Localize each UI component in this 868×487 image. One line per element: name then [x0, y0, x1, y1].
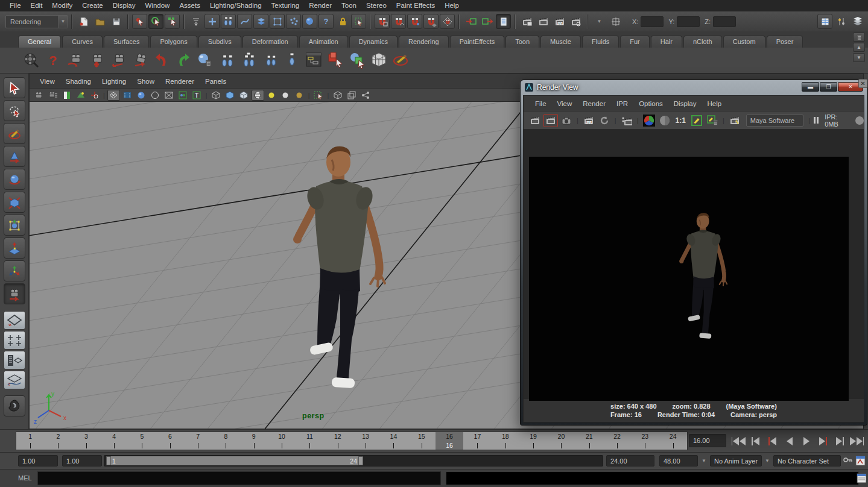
renderer-dropdown[interactable]: Maya Software — [746, 115, 804, 127]
auto-keyframe-icon[interactable] — [855, 456, 866, 466]
menu-item[interactable]: Toon — [337, 0, 361, 11]
frame-cell[interactable]: 10 — [268, 432, 296, 450]
save-scene-icon[interactable] — [109, 14, 124, 29]
frame-cell[interactable]: 13 — [352, 432, 379, 450]
playback-start-field[interactable]: 1.00 — [62, 455, 102, 467]
scale-tool[interactable] — [4, 192, 25, 213]
undo-icon[interactable] — [151, 49, 173, 71]
minimize-button[interactable]: ▬ — [802, 82, 819, 92]
panel-menu-item[interactable]: Shading — [60, 78, 97, 85]
ipr-render-icon[interactable]: IPR — [552, 14, 567, 29]
menuset-dropdown[interactable]: Rendering ▼ — [5, 15, 68, 28]
dragon-icon[interactable] — [4, 395, 25, 416]
range-start-handle[interactable] — [106, 456, 111, 465]
camera-dolly-icon[interactable] — [107, 49, 129, 71]
render-view-window[interactable]: Render View ▬ ❒ ✕ FileViewRenderIPROptio… — [520, 80, 867, 426]
joint-chain-c-icon[interactable] — [259, 49, 281, 71]
anim-layer-select[interactable]: No Anim Layer — [710, 455, 762, 467]
play-forwards-button[interactable] — [799, 435, 813, 448]
frame-ruler[interactable]: 1 2 3 4 5 — [16, 432, 688, 450]
camera-track-icon[interactable] — [86, 49, 107, 71]
frame-cell[interactable]: 1 — [16, 432, 44, 450]
shelf-tab[interactable]: Poser — [767, 36, 803, 48]
mask-curves-icon[interactable] — [237, 14, 252, 29]
panel-menu-item[interactable]: Panels — [200, 78, 232, 85]
range-slider-track[interactable]: 1 24 — [104, 455, 603, 467]
panel-menu-item[interactable]: Lighting — [97, 78, 131, 85]
animation-end-field[interactable]: 48.00 — [659, 455, 698, 467]
mask-misc-icon[interactable]: ? — [318, 14, 334, 29]
menu-item[interactable]: Modify — [47, 0, 77, 11]
pause-ipr-button[interactable] — [814, 117, 819, 124]
animation-start-field[interactable]: 1.00 — [18, 455, 58, 467]
render-view-menu-item[interactable]: Options — [633, 100, 668, 107]
help-question-icon[interactable]: ? — [42, 49, 64, 71]
select-component-icon[interactable] — [165, 14, 180, 29]
mask-dynamics-icon[interactable] — [286, 14, 301, 29]
absolute-relative-icon[interactable] — [608, 14, 623, 29]
select-hierarchy-icon[interactable] — [132, 14, 147, 29]
rgb-channels-icon[interactable] — [642, 114, 656, 127]
menu-item[interactable]: File — [5, 0, 26, 11]
redo-previous-render-icon[interactable] — [543, 114, 558, 127]
z-input[interactable] — [713, 16, 736, 27]
camera-select-icon[interactable] — [33, 90, 45, 101]
render-view-icon[interactable] — [519, 14, 534, 29]
region-render-icon[interactable] — [619, 114, 634, 127]
ipr-render-icon[interactable]: IPR — [581, 114, 596, 127]
mel-command-input[interactable] — [37, 471, 441, 485]
safe-action-icon[interactable] — [177, 90, 189, 101]
share-icon[interactable] — [359, 90, 372, 101]
wireframe-icon[interactable] — [210, 90, 223, 101]
select-poly-icon[interactable] — [325, 49, 346, 71]
render-view-menu-item[interactable]: IPR — [611, 100, 633, 107]
joint-chain-b-icon[interactable] — [238, 49, 259, 71]
construction-history-icon[interactable] — [496, 14, 511, 29]
frame-cell[interactable]: 6 — [156, 432, 184, 450]
chevron-down-icon[interactable]: ▼ — [58, 16, 68, 28]
field-chart-icon[interactable] — [163, 90, 176, 101]
tool-settings-toggle-icon[interactable] — [834, 14, 849, 29]
keep-image-icon[interactable] — [689, 114, 704, 127]
step-forward-frame-button[interactable] — [833, 435, 847, 448]
mask-handles-icon[interactable] — [204, 14, 220, 29]
hypergraph-icon[interactable] — [303, 49, 325, 71]
soft-modification-tool[interactable] — [4, 237, 25, 259]
delete-shelf-icon[interactable] — [853, 33, 865, 42]
render-view-area[interactable] — [524, 130, 864, 399]
maximize-button[interactable]: ❒ — [820, 82, 837, 92]
shelf-tab[interactable]: Toon — [505, 36, 539, 48]
paint-3d-icon[interactable] — [390, 49, 411, 71]
snapshot-icon[interactable] — [559, 114, 574, 127]
play-backwards-button[interactable] — [782, 435, 796, 448]
camera-aim-icon[interactable] — [129, 49, 151, 71]
shelf-tab[interactable]: Custom — [723, 36, 765, 48]
menu-item[interactable]: Display — [108, 0, 141, 11]
render-settings-icon[interactable] — [727, 114, 742, 127]
alpha-channel-icon[interactable] — [657, 114, 672, 127]
mask-surfaces-icon[interactable] — [253, 14, 268, 29]
shelf-tab[interactable]: Dynamics — [349, 36, 398, 48]
select-object-icon[interactable] — [148, 14, 163, 29]
layout-single-pane-button[interactable] — [4, 311, 25, 330]
step-back-frame-button[interactable] — [749, 435, 762, 448]
chevron-down-icon[interactable]: ▼ — [702, 458, 706, 463]
delete-object-icon[interactable] — [194, 49, 216, 71]
frame-cell[interactable]: 19 — [519, 432, 547, 450]
frame-cell[interactable]: 20 — [547, 432, 575, 450]
frame-cell[interactable]: 16 16 — [436, 432, 463, 450]
camera-orbit-icon[interactable] — [64, 49, 86, 71]
playback-end-field[interactable]: 24.00 — [606, 455, 654, 467]
input-connections-icon[interactable] — [463, 14, 478, 29]
menu-item[interactable]: Lighting/Shading — [205, 0, 267, 11]
shelf-tab[interactable]: Subdivs — [198, 36, 241, 48]
channel-box-toggle-icon[interactable] — [817, 14, 832, 29]
frame-cell[interactable]: 5 — [128, 432, 156, 450]
shelf-tab[interactable]: Hair — [651, 36, 682, 48]
chevron-down-icon[interactable]: ▼ — [765, 458, 770, 463]
playback-range[interactable]: 1 24 — [106, 456, 363, 465]
bookmark-icon[interactable] — [60, 90, 73, 101]
textured-shaded-icon[interactable] — [252, 90, 264, 101]
render-view-menu-item[interactable]: View — [552, 100, 578, 107]
mask-joints-icon[interactable] — [221, 14, 236, 29]
